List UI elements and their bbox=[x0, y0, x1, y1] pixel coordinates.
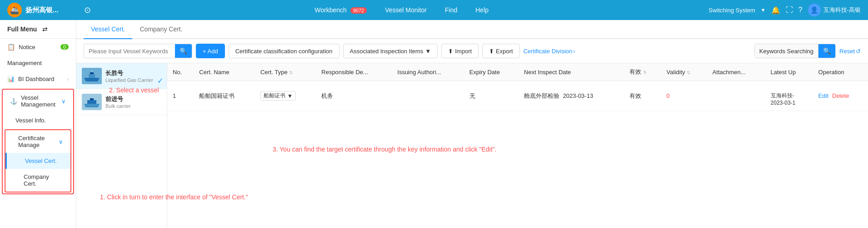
vessel-search-wrap: 🔍 bbox=[84, 44, 192, 58]
sidebar-item-cert-manage[interactable]: Certificate Manage ∨ bbox=[5, 130, 70, 153]
logo-icon: 🚢 bbox=[7, 3, 22, 17]
import-button[interactable]: ⬆ Import bbox=[441, 44, 479, 58]
back-button[interactable]: ⊙ bbox=[80, 3, 95, 17]
sidebar-sync-icon[interactable]: ⇄ bbox=[42, 25, 48, 33]
cell-expiry-date: 无 bbox=[464, 81, 519, 111]
notice-badge: 0 bbox=[60, 44, 69, 50]
sidebar-item-management[interactable]: Management bbox=[0, 55, 76, 71]
validity-sort-icon[interactable]: ⇅ bbox=[687, 70, 690, 75]
bi-dashboard-icon: 📊 bbox=[7, 76, 15, 82]
app-title: 扬州高银... bbox=[25, 6, 59, 15]
col-validity-cn: 有效 ⇅ bbox=[624, 63, 661, 81]
workbench-badge: 9072 bbox=[350, 7, 367, 14]
vessel-info-label: Vessel Info. bbox=[15, 117, 46, 124]
sidebar-item-notice[interactable]: 📋 Notice 0 bbox=[0, 39, 76, 55]
cell-next-inspect-date: 舱底外部检验 2023-03-13 bbox=[519, 81, 624, 111]
nav-vessel-monitor[interactable]: Vessel Monitor bbox=[381, 5, 430, 15]
vessel-management-arrow: ∨ bbox=[61, 98, 66, 105]
export-icon: ⬆ bbox=[489, 48, 494, 55]
col-validity: Validity ⇅ bbox=[661, 63, 707, 81]
vessel-list: 长胜号 Liquefied Gas Carrier ✓ bbox=[76, 63, 167, 228]
cell-validity-count: 0 bbox=[661, 81, 707, 111]
top-nav-center: Workbench 9072 Vessel Monitor Find Help bbox=[95, 5, 708, 15]
nav-workbench[interactable]: Workbench 9072 bbox=[311, 5, 370, 15]
operation-buttons: Edit Delete bbox=[818, 92, 863, 99]
cert-type-sort-icon[interactable]: ⇅ bbox=[289, 70, 293, 75]
nav-help[interactable]: Help bbox=[472, 5, 492, 15]
add-button[interactable]: + Add bbox=[196, 44, 225, 58]
table-row: 1 船舶国籍证书 船舶证书 ▼ 机务 无 bbox=[167, 81, 868, 111]
vessel-search-input[interactable] bbox=[84, 48, 175, 55]
cert-division-link[interactable]: Certificate Division › bbox=[524, 48, 575, 55]
nav-find[interactable]: Find bbox=[441, 5, 461, 15]
col-attachments: Attachmen... bbox=[707, 63, 765, 81]
content-area: Vessel Cert. Company Cert. 🔍 + Add Certi… bbox=[76, 20, 868, 228]
keywords-search-button[interactable]: 🔍 bbox=[818, 44, 835, 58]
fullscreen-icon[interactable]: ⛶ bbox=[786, 6, 793, 14]
col-operation: Operation bbox=[813, 63, 868, 81]
vessel-image-1 bbox=[82, 94, 102, 110]
certificates-table: No. Cert. Name Cert. Type ⇅ Responsible … bbox=[167, 63, 868, 111]
sidebar-title: Full Menu bbox=[7, 25, 37, 33]
sidebar-item-bi-dashboard[interactable]: 📊 BI Dashboard › bbox=[0, 71, 76, 87]
bi-dashboard-label: BI Dashboard bbox=[18, 76, 55, 82]
cert-type-dropdown-icon[interactable]: ▼ bbox=[287, 93, 293, 99]
sidebar-item-vessel-info[interactable]: Vessel Info. bbox=[3, 112, 73, 128]
switching-system-arrow[interactable]: ▼ bbox=[761, 7, 766, 13]
cell-cert-name: 船舶国籍证书 bbox=[194, 81, 255, 111]
cert-config-button[interactable]: Certificate classification configuration bbox=[229, 44, 339, 58]
sidebar-header: Full Menu ⇄ bbox=[0, 20, 76, 39]
cert-manage-group: Certificate Manage ∨ Vessel Cert. Compan… bbox=[5, 129, 71, 193]
sidebar-item-company-cert[interactable]: Company Cert. bbox=[5, 169, 70, 192]
vessel-search-button[interactable]: 🔍 bbox=[175, 44, 192, 58]
user-info[interactable]: 👤 互海科技-高银 bbox=[808, 4, 861, 16]
col-issuing-authority: Issuing Authori... bbox=[392, 63, 464, 81]
sidebar-item-vessel-cert[interactable]: Vessel Cert. bbox=[5, 153, 70, 169]
help-icon[interactable]: ? bbox=[798, 6, 803, 14]
vessel-name-1: 前进号 bbox=[105, 95, 161, 103]
reset-button[interactable]: Reset ↺ bbox=[839, 48, 861, 55]
delete-button[interactable]: Delete bbox=[832, 92, 849, 99]
tabs-bar: Vessel Cert. Company Cert. bbox=[76, 20, 868, 39]
main-layout: Full Menu ⇄ 📋 Notice 0 Management 📊 BI D… bbox=[0, 20, 868, 228]
col-expiry-date: Expiry Date bbox=[464, 63, 519, 81]
vessel-management-group: ⚓ Vessel Management ∨ Vessel Info. Certi… bbox=[2, 89, 74, 194]
svg-rect-3 bbox=[87, 100, 96, 104]
cert-division-arrow-icon: › bbox=[573, 48, 575, 55]
keywords-search-wrap: Keywords Searching 🔍 bbox=[754, 44, 836, 58]
tab-company-cert[interactable]: Company Cert. bbox=[132, 20, 190, 39]
cell-issuing-authority bbox=[392, 81, 464, 111]
sidebar-item-vessel-management[interactable]: ⚓ Vessel Management ∨ bbox=[3, 90, 73, 112]
svg-rect-1 bbox=[90, 72, 94, 74]
tab-vessel-cert[interactable]: Vessel Cert. bbox=[84, 20, 132, 39]
avatar: 👤 bbox=[808, 4, 821, 16]
cell-operation: Edit Delete bbox=[813, 81, 868, 111]
assoc-inspect-button[interactable]: Associated Inspection Items ▼ bbox=[343, 44, 438, 58]
main-content: 长胜号 Liquefied Gas Carrier ✓ bbox=[76, 63, 868, 228]
vessel-info-0: 长胜号 Liquefied Gas Carrier bbox=[105, 69, 161, 83]
assoc-inspect-dropdown-icon: ▼ bbox=[425, 48, 431, 55]
top-nav-right: Switching System ▼ 🔔 ⛶ ? 👤 互海科技-高银 bbox=[708, 4, 861, 16]
vessel-name-0: 长胜号 bbox=[105, 69, 161, 77]
notification-icon[interactable]: 🔔 bbox=[771, 6, 780, 15]
vessel-management-label: Vessel Management bbox=[21, 94, 61, 108]
import-icon: ⬆ bbox=[448, 48, 453, 55]
col-no: No. bbox=[167, 63, 194, 81]
switching-system-button[interactable]: Switching System bbox=[708, 7, 755, 14]
validity-cn-sort-icon[interactable]: ⇅ bbox=[643, 70, 647, 75]
app-logo[interactable]: 🚢 扬州高银... bbox=[7, 3, 80, 17]
sidebar: Full Menu ⇄ 📋 Notice 0 Management 📊 BI D… bbox=[0, 20, 76, 228]
vessel-item-1[interactable]: 前进号 Bulk carrier bbox=[76, 89, 167, 115]
cell-cert-type: 船舶证书 ▼ bbox=[255, 81, 316, 111]
vessel-image-0 bbox=[82, 68, 102, 84]
toolbar-right: Keywords Searching 🔍 Reset ↺ bbox=[754, 44, 861, 58]
edit-button[interactable]: Edit bbox=[818, 92, 828, 99]
cell-latest-update: 互海科技- 2023-03-1 bbox=[765, 81, 813, 111]
top-navigation: 🚢 扬州高银... ⊙ Workbench 9072 Vessel Monito… bbox=[0, 0, 868, 20]
vessel-item-0[interactable]: 长胜号 Liquefied Gas Carrier ✓ bbox=[76, 63, 167, 89]
cert-manage-arrow: ∨ bbox=[59, 138, 63, 145]
cell-no: 1 bbox=[167, 81, 194, 111]
cell-attachments bbox=[707, 81, 765, 111]
vessel-cert-label: Vessel Cert. bbox=[25, 157, 57, 164]
export-button[interactable]: ⬆ Export bbox=[482, 44, 520, 58]
